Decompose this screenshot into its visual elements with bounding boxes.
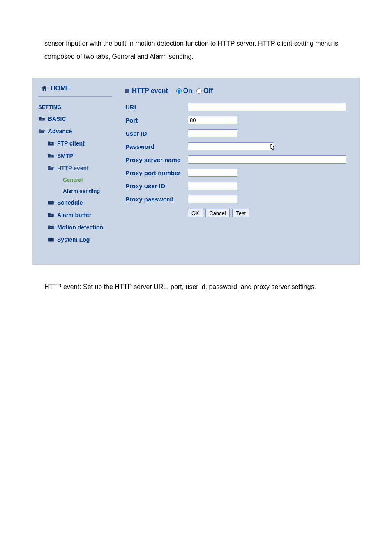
outro-paragraph: HTTP event: Set up the HTTP server URL, … xyxy=(0,265,392,309)
sidebar-item-label: System Log xyxy=(57,236,90,243)
url-label: URL xyxy=(125,104,188,111)
folder-closed-icon xyxy=(47,199,55,206)
home-link[interactable]: HOME xyxy=(38,82,112,97)
sidebar: HOME SETTING BASIC Advance FTP client xyxy=(32,78,118,264)
svg-point-4 xyxy=(51,215,52,216)
sidebar-item-label: Alarm buffer xyxy=(57,212,91,218)
main-content: HTTP event On Off URL Port User ID Passw… xyxy=(118,78,359,264)
sidebar-item-basic[interactable]: BASIC xyxy=(38,113,118,125)
proxy-server-input[interactable] xyxy=(188,155,346,164)
page-title-row: HTTP event On Off xyxy=(125,87,352,95)
sidebar-item-motion-detection[interactable]: Motion detection xyxy=(47,221,118,234)
button-row: OK Cancel Test xyxy=(125,206,352,217)
cancel-button[interactable]: Cancel xyxy=(205,209,229,217)
proxy-port-input[interactable] xyxy=(188,169,237,177)
svg-point-3 xyxy=(51,202,52,204)
radio-on[interactable] xyxy=(176,88,182,94)
sidebar-item-advance[interactable]: Advance xyxy=(38,125,118,137)
radio-off[interactable] xyxy=(196,88,202,94)
home-label: HOME xyxy=(51,85,70,92)
sidebar-item-ftp[interactable]: FTP client xyxy=(47,137,118,150)
sidebar-item-http-event[interactable]: HTTP event xyxy=(47,162,118,174)
folder-closed-icon xyxy=(47,224,55,231)
folder-open-icon xyxy=(38,127,46,135)
proxy-server-label: Proxy server name xyxy=(125,156,188,163)
sidebar-item-label: SMTP xyxy=(57,153,73,159)
proxy-user-label: Proxy user ID xyxy=(125,183,188,190)
port-input[interactable] xyxy=(188,116,237,124)
folder-closed-icon xyxy=(47,152,55,160)
svg-point-5 xyxy=(51,227,52,228)
ok-button[interactable]: OK xyxy=(188,209,203,217)
svg-point-1 xyxy=(51,143,52,144)
password-input[interactable] xyxy=(188,142,274,150)
sidebar-item-alarm-sending[interactable]: Alarm sending xyxy=(63,185,118,197)
svg-point-0 xyxy=(42,118,43,120)
title-bullet-icon xyxy=(125,89,129,93)
svg-point-2 xyxy=(51,155,52,157)
sidebar-item-label: Schedule xyxy=(57,199,83,206)
sidebar-item-general[interactable]: General xyxy=(63,174,118,185)
folder-closed-icon xyxy=(47,140,55,147)
svg-point-6 xyxy=(51,239,52,240)
test-button[interactable]: Test xyxy=(232,209,249,217)
folder-closed-icon xyxy=(38,115,46,123)
user-id-input[interactable] xyxy=(188,129,237,137)
proxy-password-input[interactable] xyxy=(188,195,237,203)
page-title: HTTP event xyxy=(132,87,168,95)
section-title: SETTING xyxy=(38,100,118,113)
radio-off-label: Off xyxy=(203,87,213,95)
sidebar-item-system-log[interactable]: System Log xyxy=(47,234,118,246)
folder-open-icon xyxy=(47,164,55,172)
folder-closed-icon xyxy=(47,236,55,243)
sidebar-item-schedule[interactable]: Schedule xyxy=(47,197,118,209)
radio-on-label: On xyxy=(183,87,192,95)
folder-closed-icon xyxy=(47,211,55,219)
sidebar-item-label: FTP client xyxy=(57,140,85,147)
port-label: Port xyxy=(125,117,188,124)
sidebar-item-label: BASIC xyxy=(48,116,66,122)
home-icon xyxy=(41,85,48,92)
sidebar-item-label: HTTP event xyxy=(57,165,89,171)
url-input[interactable] xyxy=(188,103,346,111)
password-label: Password xyxy=(125,143,188,150)
sidebar-item-alarm-buffer[interactable]: Alarm buffer xyxy=(47,209,118,221)
proxy-password-label: Proxy password xyxy=(125,196,188,203)
sidebar-item-smtp[interactable]: SMTP xyxy=(47,150,118,162)
proxy-user-input[interactable] xyxy=(188,182,237,190)
intro-paragraph: sensor input or with the built-in motion… xyxy=(0,0,392,78)
settings-panel: HOME SETTING BASIC Advance FTP client xyxy=(32,78,360,265)
user-id-label: User ID xyxy=(125,130,188,137)
sidebar-item-label: Advance xyxy=(48,128,72,134)
proxy-port-label: Proxy port number xyxy=(125,169,188,176)
sidebar-item-label: Motion detection xyxy=(57,224,103,231)
